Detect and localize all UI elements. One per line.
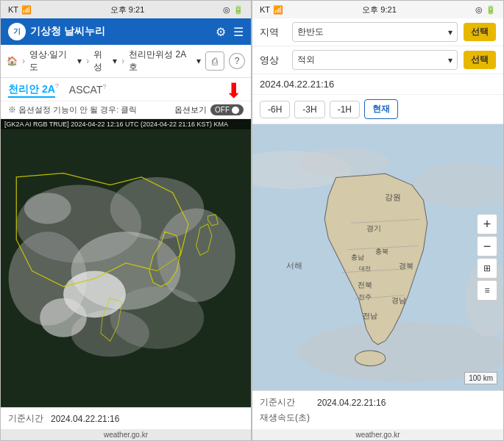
image-chevron-icon: ▾: [448, 55, 452, 65]
status-left: KT 📶: [8, 5, 32, 15]
minus6h-button[interactable]: -6H: [260, 101, 290, 118]
datetime-row: 2024.04.22.21:16: [252, 74, 503, 95]
share-button[interactable]: ⎙: [205, 51, 224, 71]
svg-text:서해: 서해: [286, 262, 302, 270]
image-select[interactable]: 적외 ▾: [292, 50, 458, 70]
left-bottom-bar: 기준시간 2024.04.22.21:16: [1, 407, 251, 429]
right-phone: KT 📶 오후 9:21 ◎ 🔋 지역 한반도 ▾ 선택 영상 적외 ▾ 선택 …: [252, 0, 504, 441]
type-dropdown[interactable]: 위성 ▾: [93, 49, 117, 74]
svg-text:전북: 전북: [358, 281, 372, 289]
battery-icon: 🔋: [233, 5, 244, 15]
time-control-bar: -6H -3H -1H 현재: [252, 95, 503, 124]
minus1h-button[interactable]: -1H: [330, 101, 360, 118]
r-status-right: ◎ 🔋: [475, 5, 496, 15]
category-label: 영상·일기도: [29, 49, 76, 74]
basetime-label: 기준시간: [8, 412, 43, 425]
korea-map-svg: 강원 경기 충북 충남 대전 경북 경남 전북 전주 전남 서해: [252, 124, 503, 390]
logo: 기: [8, 23, 26, 40]
status-right: ◎ 🔋: [223, 5, 244, 15]
r-playspeed-label: 재생속도(초): [260, 412, 311, 424]
image-label: 영상: [260, 54, 286, 67]
satellite-label: 천리만위성 2A호: [129, 49, 195, 74]
layer-button[interactable]: ≡: [477, 280, 497, 301]
left-subnav: 🏠 › 영상·일기도 ▾ › 위성 ▾ › 천리만위성 2A호 ▾ ⎙ ?: [1, 45, 251, 78]
minus3h-button[interactable]: -3H: [294, 101, 324, 118]
right-bottom-info: 기준시간 2024.04.22.21:16 재생속도(초): [252, 390, 503, 429]
chevron-down-icon: ▾: [77, 56, 82, 66]
left-tabs: 천리안 2A? ASCAT? ⬇: [1, 78, 251, 101]
tab-cheonrian2a-label: 천리안 2A: [8, 83, 55, 98]
region-select-button[interactable]: 선택: [464, 23, 496, 41]
arrow-down-indicator: ⬇: [225, 81, 242, 101]
satellite-dropdown[interactable]: 천리만위성 2A호 ▾: [129, 49, 201, 74]
svg-text:경남: 경남: [391, 296, 406, 304]
map-datetime: 2024.04.22.21:16: [260, 79, 334, 90]
svg-text:전주: 전주: [358, 293, 372, 301]
tab-ascat[interactable]: ASCAT?: [69, 83, 107, 96]
right-footer-text: weather.go.kr: [355, 431, 400, 439]
current-button[interactable]: 현재: [364, 99, 398, 119]
toggle-circle: [232, 107, 239, 114]
home-icon: 🏠: [7, 56, 18, 66]
time-label: 오후 9:21: [110, 4, 144, 15]
r-status-left: KT 📶: [260, 5, 283, 15]
toggle-label: OFF: [215, 106, 230, 114]
image-select-button[interactable]: 선택: [464, 51, 496, 69]
image-value: 적외: [297, 54, 315, 66]
header-title-group: 기 기상청 날씨누리: [8, 23, 105, 40]
svg-text:충남: 충남: [351, 254, 364, 261]
settings-icon[interactable]: ⚙: [216, 25, 226, 39]
basetime-value: 2024.04.22.21:16: [51, 414, 119, 424]
carrier-label: KT: [8, 5, 18, 14]
svg-point-13: [298, 147, 389, 177]
toggle-switch[interactable]: OFF: [210, 104, 244, 115]
r-carrier-label: KT: [260, 5, 270, 14]
region-select[interactable]: 한반도 ▾: [292, 22, 458, 42]
nav-sep1: ›: [22, 56, 25, 66]
right-footer: weather.go.kr: [252, 429, 503, 440]
region-chevron-icon: ▾: [448, 27, 452, 37]
nav-sep3: ›: [121, 56, 124, 66]
chevron-down-icon3: ▾: [196, 56, 201, 66]
svg-point-10: [24, 193, 71, 225]
r-basetime-value: 2024.04.22.21:16: [317, 398, 386, 408]
svg-text:강원: 강원: [385, 193, 401, 202]
r-basetime-label: 기준시간: [260, 396, 311, 409]
wifi-icon: 📶: [21, 5, 32, 15]
type-label: 위성: [93, 49, 111, 74]
options-toggle-group: 옵션보기 OFF: [174, 104, 244, 115]
options-row: ※ 옵션설정 기능이 안 될 경우: 클릭 옵션보기 OFF: [1, 101, 251, 119]
korea-map-container[interactable]: 강원 경기 충북 충남 대전 경북 경남 전북 전주 전남 서해 + − ⊞ ≡…: [252, 124, 503, 390]
left-footer: weather.go.kr: [1, 429, 251, 440]
playspeed-row: 재생속도(초): [260, 410, 496, 426]
nav-sep2: ›: [86, 56, 89, 66]
scale-indicator: 100 km: [464, 372, 497, 384]
image-filter-row: 영상 적외 ▾ 선택: [252, 46, 503, 74]
header-icons: ⚙ ☰: [216, 25, 244, 39]
left-status-bar: KT 📶 오후 9:21 ◎ 🔋: [1, 1, 251, 18]
satellite-image-container: [GK2A AI RGB TRUE] 2024-04-22 12:16 UTC …: [1, 119, 251, 407]
tab-cheonrian2a[interactable]: 천리안 2A?: [8, 82, 59, 96]
region-label: 지역: [260, 26, 286, 39]
zoom-out-button[interactable]: −: [477, 236, 497, 257]
sat-caption: [GK2A AI RGB TRUE] 2024-04-22 12:16 UTC …: [1, 119, 251, 129]
home-nav-item[interactable]: 🏠: [7, 56, 18, 66]
svg-text:경북: 경북: [399, 262, 414, 270]
zoom-in-button[interactable]: +: [477, 214, 497, 234]
right-status-bar: KT 📶 오후 9:21 ◎ 🔋: [252, 1, 503, 18]
zoom-controls: + − ⊞ ≡: [477, 214, 497, 301]
help-button[interactable]: ?: [229, 53, 245, 69]
menu-icon[interactable]: ☰: [233, 25, 244, 39]
left-footer-text: weather.go.kr: [104, 431, 148, 439]
left-phone: KT 📶 오후 9:21 ◎ 🔋 기 기상청 날씨누리 ⚙ ☰ 🏠 › 영상·일…: [0, 0, 252, 441]
options-hint-text: ※ 옵션설정 기능이 안 될 경우: 클릭: [8, 104, 137, 115]
tab-ascat-label: ASCAT: [69, 84, 103, 96]
svg-text:대전: 대전: [359, 265, 371, 272]
region-filter-row: 지역 한반도 ▾ 선택: [252, 18, 503, 46]
svg-text:전남: 전남: [363, 312, 377, 320]
left-header: 기 기상청 날씨누리 ⚙ ☰: [1, 18, 251, 45]
category-dropdown[interactable]: 영상·일기도 ▾: [29, 49, 82, 74]
r-location-icon: ◎: [475, 5, 483, 15]
location-icon: ◎: [223, 5, 230, 15]
zoom-reset-button[interactable]: ⊞: [477, 258, 497, 279]
